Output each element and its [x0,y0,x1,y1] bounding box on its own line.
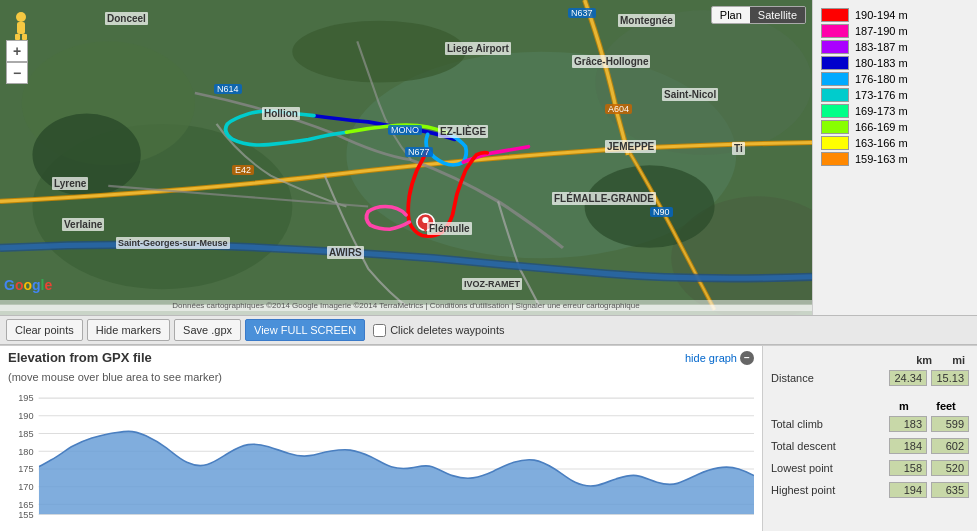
lowest-values: 158 520 [889,460,969,476]
svg-point-14 [16,12,26,22]
graph-title: Elevation from GPX file [8,350,152,365]
lowest-label: Lowest point [771,462,833,474]
hide-graph-button[interactable]: hide graph − [685,351,754,365]
legend-color-2 [821,24,849,38]
total-climb-row: Total climb 183 599 [771,416,969,432]
svg-text:170: 170 [18,481,33,492]
legend-color-1 [821,8,849,22]
legend-item-2: 187-190 m [821,24,969,38]
stats-header-m: m [885,400,923,412]
svg-point-4 [595,10,812,155]
svg-rect-16 [15,34,20,40]
legend-label-8: 166-169 m [855,121,908,133]
pegman-icon[interactable] [10,10,32,40]
highest-label: Highest point [771,484,835,496]
svg-text:185: 185 [18,427,33,438]
total-climb-m: 183 [889,416,927,432]
legend-item-9: 163-166 m [821,136,969,150]
minus-icon: − [740,351,754,365]
distance-km: 24.34 [889,370,927,386]
main-container: Donceel Montegnée N637 Liege Airport Grâ… [0,0,977,531]
distance-label: Distance [771,372,814,384]
click-deletes-text: Click deletes waypoints [390,324,504,336]
elevation-svg: 195 190 185 180 175 170 165 155 [8,387,754,531]
legend-color-10 [821,152,849,166]
distance-row: Distance 24.34 15.13 [771,370,969,386]
legend-item-7: 169-173 m [821,104,969,118]
legend-color-6 [821,88,849,102]
legend-label-4: 180-183 m [855,57,908,69]
legend-color-9 [821,136,849,150]
legend-label-3: 183-187 m [855,41,908,53]
total-climb-values: 183 599 [889,416,969,432]
map-type-buttons: Plan Satellite [711,6,806,24]
total-climb-ft: 599 [931,416,969,432]
save-gpx-button[interactable]: Save .gpx [174,319,241,341]
toolbar: Clear points Hide markers Save .gpx View… [0,315,977,345]
distance-mi: 15.13 [931,370,969,386]
svg-text:195: 195 [18,392,33,403]
zoom-in-button[interactable]: + [6,40,28,62]
svg-point-9 [292,21,465,83]
highest-point-row: Highest point 194 635 [771,482,969,498]
svg-text:180: 180 [18,445,33,456]
map-area[interactable]: Donceel Montegnée N637 Liege Airport Grâ… [0,0,812,315]
legend-label-9: 163-166 m [855,137,908,149]
clear-points-button[interactable]: Clear points [6,319,83,341]
legend-item-8: 166-169 m [821,120,969,134]
legend-item-1: 190-194 m [821,8,969,22]
graph-area: Elevation from GPX file hide graph − (mo… [0,345,762,531]
top-section: Donceel Montegnée N637 Liege Airport Grâ… [0,0,977,315]
google-logo: Google [4,277,52,293]
legend-color-3 [821,40,849,54]
legend-item-5: 176-180 m [821,72,969,86]
bottom-section: Elevation from GPX file hide graph − (mo… [0,345,977,531]
click-deletes-label[interactable]: Click deletes waypoints [373,324,504,337]
map-copyright: Données cartographiques ©2014 Google Ima… [0,300,812,311]
highest-ft: 635 [931,482,969,498]
elevation-chart: 195 190 185 180 175 170 165 155 [0,387,762,531]
highest-m: 194 [889,482,927,498]
legend-color-8 [821,120,849,134]
zoom-controls: + − [6,40,28,84]
svg-text:155: 155 [18,508,33,519]
legend-label-7: 169-173 m [855,105,908,117]
total-descent-ft: 602 [931,438,969,454]
stats-headers: km mi [771,354,969,370]
legend-label-1: 190-194 m [855,9,908,21]
svg-point-8 [585,165,715,248]
legend-label-2: 187-190 m [855,25,908,37]
svg-rect-15 [17,22,25,34]
legend-area: 190-194 m 187-190 m 183-187 m 180-183 m … [812,0,977,315]
distance-values: 24.34 15.13 [889,370,969,386]
graph-header: Elevation from GPX file hide graph − [0,346,762,369]
legend-item-4: 180-183 m [821,56,969,70]
lowest-m: 158 [889,460,927,476]
view-full-screen-button[interactable]: View FULL SCREEN [245,319,365,341]
legend-label-6: 173-176 m [855,89,908,101]
svg-point-12 [422,217,428,223]
legend-item-10: 159-163 m [821,152,969,166]
total-descent-label: Total descent [771,440,836,452]
map-svg [0,0,812,315]
zoom-out-button[interactable]: − [6,62,28,84]
legend-color-7 [821,104,849,118]
svg-rect-17 [22,34,27,40]
svg-text:175: 175 [18,463,33,474]
stats-header-km: km [916,354,932,366]
hide-graph-text: hide graph [685,352,737,364]
click-deletes-checkbox[interactable] [373,324,386,337]
lowest-point-row: Lowest point 158 520 [771,460,969,476]
legend-color-4 [821,56,849,70]
legend-item-3: 183-187 m [821,40,969,54]
stats-header-feet: feet [927,400,965,412]
total-descent-values: 184 602 [889,438,969,454]
total-descent-m: 184 [889,438,927,454]
stats-header-mi: mi [952,354,965,366]
legend-label-10: 159-163 m [855,153,908,165]
plan-button[interactable]: Plan [712,7,750,23]
graph-subtitle: (move mouse over blue area to see marker… [0,369,762,387]
highest-values: 194 635 [889,482,969,498]
satellite-button[interactable]: Satellite [750,7,805,23]
hide-markers-button[interactable]: Hide markers [87,319,170,341]
